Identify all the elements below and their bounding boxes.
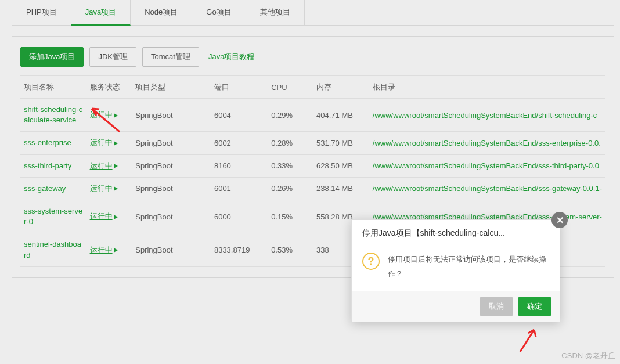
- status-text[interactable]: 运行中: [90, 110, 113, 119]
- project-name-link[interactable]: sss-gateway: [24, 183, 66, 194]
- project-name-link[interactable]: sentinel-dashboard: [24, 239, 83, 260]
- project-mem: 404.71 MB: [313, 99, 369, 132]
- play-icon: [114, 141, 118, 146]
- project-port: 8333,8719: [211, 233, 268, 266]
- root-dir-link[interactable]: /www/wwwroot/smartSchedulingSystemBackEn…: [373, 139, 601, 147]
- project-mem: 238.14 MB: [313, 177, 369, 200]
- annotation-arrow-icon: [517, 325, 540, 354]
- project-type-tabs: PHP项目 Java项目 Node项目 Go项目 其他项目: [12, 0, 614, 26]
- project-type: SpringBoot: [132, 200, 211, 233]
- project-cpu: 0.53%: [268, 233, 313, 266]
- confirm-dialog: ✕ 停用Java项目【shift-scheduling-calcu... ? 停…: [351, 219, 560, 322]
- th-type: 项目类型: [132, 76, 211, 99]
- table-row: sss-enterprise运行中SpringBoot60020.28%531.…: [20, 132, 605, 154]
- project-cpu: 0.15%: [268, 200, 313, 233]
- project-cpu: 0.29%: [268, 99, 313, 132]
- th-root: 根目录: [369, 76, 605, 99]
- play-icon: [114, 164, 118, 168]
- toolbar: 添加Java项目 JDK管理 Tomcat管理 Java项目教程: [20, 47, 605, 67]
- play-icon: [114, 215, 118, 219]
- jdk-manage-button[interactable]: JDK管理: [89, 47, 136, 67]
- root-dir-link[interactable]: /www/wwwroot/smartSchedulingSystemBackEn…: [373, 184, 602, 193]
- project-mem: 628.50 MB: [313, 154, 369, 177]
- table-row: sss-gateway运行中SpringBoot60010.26%238.14 …: [20, 177, 605, 200]
- table-row: sss-third-party运行中SpringBoot81600.33%628…: [20, 154, 605, 177]
- status-text[interactable]: 运行中: [90, 184, 113, 193]
- project-mem: 531.70 MB: [313, 132, 369, 154]
- root-dir-link[interactable]: /www/wwwroot/smartSchedulingSystemBackEn…: [373, 161, 599, 170]
- project-cpu: 0.33%: [268, 154, 313, 177]
- tab-other[interactable]: 其他项目: [246, 0, 305, 25]
- project-name-link[interactable]: sss-third-party: [24, 161, 71, 171]
- watermark: CSDN @老丹丘: [561, 351, 615, 361]
- tab-node[interactable]: Node项目: [131, 0, 192, 25]
- close-icon[interactable]: ✕: [551, 212, 568, 228]
- th-name: 项目名称: [20, 76, 86, 99]
- question-icon: ?: [362, 253, 380, 270]
- status-text[interactable]: 运行中: [90, 161, 113, 170]
- project-name-link[interactable]: shift-scheduling-calculate-service: [24, 104, 83, 125]
- project-type: SpringBoot: [132, 132, 211, 154]
- project-cpu: 0.26%: [268, 177, 313, 200]
- java-tutorial-link[interactable]: Java项目教程: [205, 52, 258, 62]
- play-icon: [114, 186, 118, 191]
- tomcat-manage-button[interactable]: Tomcat管理: [142, 47, 199, 67]
- dialog-title: 停用Java项目【shift-scheduling-calcu...: [352, 220, 560, 244]
- cancel-button[interactable]: 取消: [480, 297, 513, 316]
- play-icon: [114, 248, 118, 253]
- tab-php[interactable]: PHP项目: [12, 0, 71, 25]
- status-text[interactable]: 运行中: [90, 246, 113, 254]
- project-port: 6002: [211, 132, 268, 154]
- root-dir-link[interactable]: /www/wwwroot/smartSchedulingSystemBackEn…: [373, 111, 597, 120]
- th-mem: 内存: [313, 76, 369, 99]
- project-type: SpringBoot: [132, 233, 211, 266]
- th-cpu: CPU: [268, 76, 313, 99]
- project-type: SpringBoot: [132, 99, 211, 132]
- confirm-button[interactable]: 确定: [518, 297, 551, 316]
- project-name-link[interactable]: sss-system-server-0: [24, 206, 83, 227]
- project-cpu: 0.28%: [268, 132, 313, 154]
- project-name-link[interactable]: sss-enterprise: [24, 138, 71, 148]
- project-type: SpringBoot: [132, 154, 211, 177]
- status-text[interactable]: 运行中: [90, 212, 113, 221]
- project-port: 8160: [211, 154, 268, 177]
- add-java-project-button[interactable]: 添加Java项目: [20, 47, 84, 67]
- dialog-message: 停用项目后将无法正常访问该项目，是否继续操作？: [388, 253, 549, 281]
- project-port: 6004: [211, 99, 268, 132]
- th-port: 端口: [211, 76, 268, 99]
- play-icon: [114, 113, 118, 118]
- project-port: 6000: [211, 200, 268, 233]
- table-row: shift-scheduling-calculate-service运行中Spr…: [20, 99, 605, 132]
- th-status: 服务状态: [86, 76, 132, 99]
- tab-java[interactable]: Java项目: [71, 0, 131, 26]
- status-text[interactable]: 运行中: [90, 138, 113, 147]
- project-type: SpringBoot: [132, 177, 211, 200]
- tab-go[interactable]: Go项目: [192, 0, 246, 25]
- project-port: 6001: [211, 177, 268, 200]
